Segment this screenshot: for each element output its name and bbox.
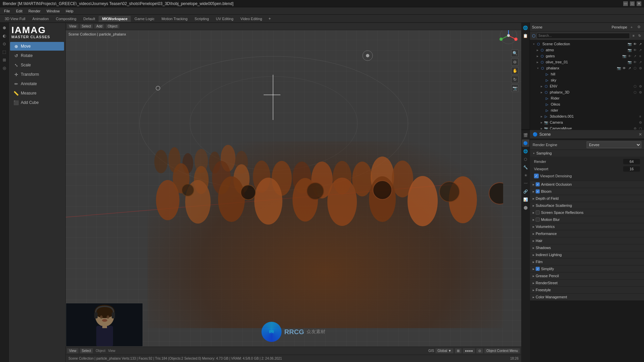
add-menu-button[interactable]: Add (94, 24, 104, 28)
scene-settings-button[interactable]: ⚙ (636, 24, 642, 30)
outliner-item-phalanx3d[interactable]: ⬡ phalanx_3D ⬡ ⚙ (538, 89, 644, 95)
simplify-toggle[interactable] (533, 267, 534, 270)
cm-extra2[interactable]: ⬡ (638, 126, 643, 129)
tool-transform[interactable]: ✛ Transform (10, 70, 64, 79)
p3d-extra2[interactable]: ⚙ (638, 90, 643, 95)
cm-header[interactable]: Color Management (530, 294, 644, 300)
phalanx-btn1[interactable]: 📷 (616, 66, 621, 70)
perf-toggle[interactable] (533, 232, 534, 235)
expand-olive[interactable] (537, 61, 538, 64)
shadows-toggle[interactable] (533, 246, 534, 249)
object-context-button[interactable]: Object Context Menu (484, 348, 520, 353)
gates-render-btn[interactable]: 📷 (622, 54, 627, 58)
outliner-view-layer-icon[interactable]: 📋 (522, 32, 529, 40)
menu-file[interactable]: File (1, 8, 13, 14)
expand-phalanx3d[interactable] (541, 91, 542, 94)
props-tab-render[interactable]: 🎬 (522, 131, 529, 139)
minimize-button[interactable]: — (623, 1, 628, 6)
snap-icon[interactable]: ⊞ (1, 56, 8, 64)
viewport-select-menu[interactable]: Select (80, 348, 93, 353)
menu-help[interactable]: Help (63, 8, 76, 14)
props-tab-object[interactable]: ⬡ (522, 156, 529, 163)
expand-env[interactable] (541, 85, 542, 88)
tab-compositing[interactable]: Compositing (52, 16, 79, 22)
zoom-out-button[interactable]: ⊖ (511, 58, 519, 66)
bloom-toggle[interactable] (533, 190, 534, 193)
indirect-toggle[interactable] (533, 253, 534, 256)
tool-scale[interactable]: ⤡ Scale (10, 61, 64, 69)
global-button[interactable]: Global ▼ (435, 348, 453, 353)
ssr-header[interactable]: Screen Space Reflections (530, 209, 644, 216)
sampling-toggle[interactable] (533, 152, 535, 155)
props-tab-constraints[interactable]: 🔗 (522, 188, 529, 195)
snap-button[interactable]: ⊞ (455, 348, 462, 353)
outliner-item-rider-cap[interactable]: ▷ Rider (538, 95, 644, 101)
sampling-header[interactable]: Sampling (530, 150, 644, 157)
menu-edit[interactable]: Edit (13, 8, 25, 14)
close-button[interactable]: ✕ (637, 1, 641, 6)
camera-view-button[interactable]: 📷 (511, 84, 519, 92)
bloom-checkbox[interactable]: ✓ (536, 189, 540, 193)
ao-header[interactable]: ✓ Ambient Occlusion (530, 181, 644, 188)
atmo-viewport-visible[interactable]: 👁 (633, 48, 637, 52)
gp-toggle[interactable] (533, 274, 534, 278)
viewport-visible-button[interactable]: 👁 (633, 42, 637, 46)
tool-rotate[interactable]: ↺ Rotate (10, 51, 64, 60)
outliner-item-3dsoldiers[interactable]: ▷ 3dsoliders.001 ≡ (538, 113, 644, 119)
outliner-filter-button[interactable]: ≡ (631, 34, 636, 38)
outliner-item-rider[interactable]: ▷ rider (538, 107, 644, 113)
props-tab-world[interactable]: 🌐 (522, 147, 529, 155)
dof-toggle[interactable] (533, 197, 534, 200)
denoising-checkbox[interactable]: ✓ (534, 174, 539, 178)
pan-button[interactable]: ✋ (511, 67, 519, 74)
gates-viewport-btn[interactable]: 👁 (627, 54, 632, 58)
bloom-header[interactable]: ✓ Bloom (530, 188, 644, 195)
simplify-checkbox[interactable]: ✓ (536, 267, 540, 271)
expand-phalanx[interactable] (537, 67, 539, 70)
rs-header[interactable]: RenderStreet (530, 280, 644, 286)
tool-measure[interactable]: 📏 Measure (10, 89, 64, 98)
tab-motion-tracking[interactable]: Motion Tracking (158, 16, 191, 22)
gp-header[interactable]: Grease Pencil (530, 273, 644, 279)
gates-extra-btn[interactable]: ≡ (638, 54, 643, 58)
props-tab-material[interactable]: ⬤ (522, 204, 529, 211)
outliner-search[interactable] (537, 33, 630, 39)
tab-video-editing[interactable]: Video Editing (237, 16, 266, 22)
phalanx-btn3[interactable]: ↗ (627, 66, 632, 70)
tool-move[interactable]: ⊕ Move (10, 42, 64, 51)
p3d-extra[interactable]: ⬡ (633, 90, 637, 95)
props-tab-scene[interactable]: 🔵 (522, 139, 529, 147)
outliner-item-atmo[interactable]: ⬡ atmo 📷 👁 ↗ (534, 47, 644, 53)
proportional-icon[interactable]: ◎ (1, 64, 8, 72)
overlay-button[interactable]: ⊙ (476, 348, 483, 353)
menu-window[interactable]: Window (44, 8, 62, 14)
add-workspace-button[interactable]: + (266, 15, 273, 22)
olive-btn3[interactable]: ↗ (638, 60, 643, 64)
viewport[interactable]: View Select Add Object Scene Collection … (66, 23, 521, 362)
overlay-icon[interactable]: ⊙ (1, 40, 8, 48)
atmo-selectable[interactable]: ↗ (638, 48, 643, 52)
sss-header[interactable]: Subsurface Scattering (530, 202, 644, 209)
film-toggle[interactable] (533, 260, 534, 263)
hair-toggle[interactable] (533, 239, 534, 242)
viewport-shading-icon[interactable]: ◐ (1, 32, 8, 40)
phalanx-extra[interactable]: ⬡ (633, 66, 637, 70)
tab-mkworkspace[interactable]: MKWorkspace (99, 16, 131, 22)
ssr-checkbox[interactable] (536, 210, 540, 215)
outliner-item-gates[interactable]: ⬡ gates 📷 👁 ↗ ≡ (534, 53, 644, 59)
expand-scene-collection[interactable] (533, 43, 535, 46)
shadows-header[interactable]: Shadows (530, 244, 644, 251)
menu-render[interactable]: Render (26, 8, 43, 14)
phalanx-btn2[interactable]: 👁 (622, 66, 627, 70)
rs-toggle[interactable] (533, 281, 534, 285)
cm-extra1[interactable]: ⚙ (633, 126, 637, 129)
outliner-item-sky[interactable]: ▷ sky (538, 77, 644, 83)
cm-toggle[interactable] (533, 295, 534, 299)
vol-header[interactable]: Volumetrics (530, 223, 644, 230)
vol-toggle[interactable] (533, 225, 534, 228)
env-extra2[interactable]: ⚙ (638, 84, 643, 88)
film-header[interactable]: Film (530, 258, 644, 265)
cam-extra[interactable]: ⚙ (638, 120, 643, 125)
sss-toggle[interactable] (533, 204, 534, 207)
expand-atmo[interactable] (537, 49, 538, 52)
